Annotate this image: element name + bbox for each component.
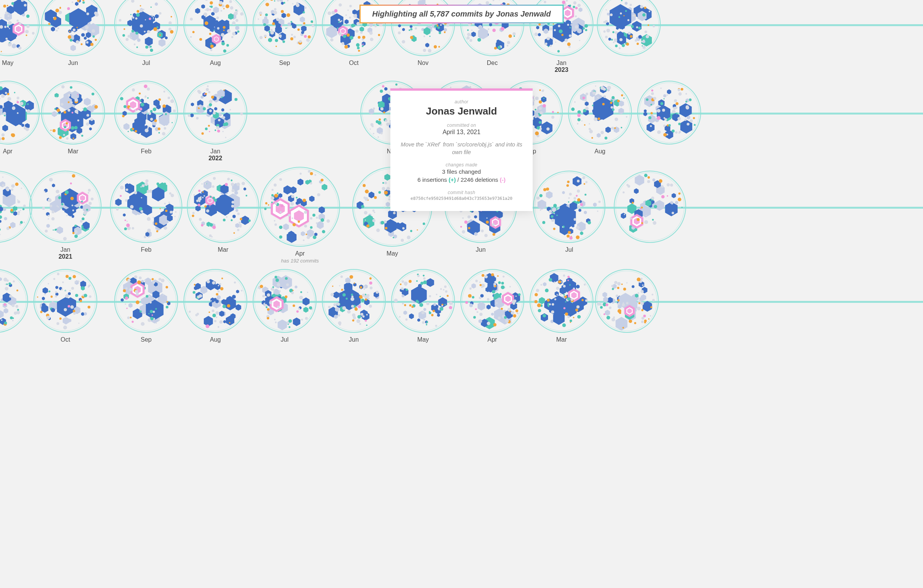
- svg-point-1550: [376, 291, 379, 294]
- svg-point-954: [70, 183, 72, 184]
- svg-point-1075: [312, 214, 315, 217]
- month-node[interactable]: Feb: [110, 170, 183, 253]
- svg-point-1115: [265, 202, 268, 204]
- svg-point-248: [360, 31, 363, 34]
- svg-point-1611: [447, 295, 449, 297]
- month-node[interactable]: Apr: [460, 269, 525, 343]
- month-node[interactable]: Mar: [187, 170, 260, 253]
- author-name: Jonas Jenwald: [400, 105, 523, 117]
- svg-point-871: [663, 125, 666, 127]
- svg-point-805: [595, 85, 596, 86]
- month-node[interactable]: Mar: [41, 80, 105, 155]
- month-node[interactable]: Aprhas 192 commits: [260, 166, 340, 264]
- svg-point-1239: [576, 195, 578, 197]
- svg-point-581: [163, 91, 165, 93]
- svg-point-385: [565, 39, 568, 42]
- svg-point-1728: [641, 321, 644, 323]
- month-node[interactable]: [0, 170, 33, 246]
- svg-point-585: [208, 91, 210, 93]
- svg-point-1431: [132, 321, 133, 323]
- month-node[interactable]: Aug: [183, 269, 248, 343]
- svg-point-153: [219, 1, 223, 4]
- svg-point-1771: [643, 315, 646, 317]
- svg-point-1707: [554, 281, 556, 283]
- month-node[interactable]: Jan2022: [183, 80, 248, 162]
- month-node[interactable]: [595, 269, 659, 336]
- month-commit-count: has 192 commits: [260, 258, 340, 264]
- svg-point-770: [557, 112, 559, 113]
- svg-point-1273: [628, 185, 630, 188]
- month-node[interactable]: Mar: [529, 269, 594, 343]
- svg-point-1316: [12, 320, 13, 321]
- svg-point-1679: [563, 307, 565, 309]
- svg-point-431: [648, 24, 649, 26]
- month-node[interactable]: [637, 80, 701, 148]
- svg-point-1103: [310, 172, 313, 175]
- month-node[interactable]: Jan2021: [29, 170, 102, 260]
- svg-point-1400: [146, 295, 148, 298]
- svg-point-1104: [288, 214, 291, 217]
- month-node[interactable]: May: [391, 269, 455, 343]
- month-node[interactable]: Apr: [0, 80, 40, 155]
- svg-point-533: [68, 94, 70, 97]
- svg-point-1574: [426, 321, 428, 323]
- svg-point-586: [230, 109, 231, 111]
- svg-point-176: [291, 34, 293, 36]
- month-node[interactable]: Jul: [114, 0, 178, 66]
- svg-point-1000: [165, 207, 166, 208]
- svg-point-990: [116, 208, 119, 211]
- svg-point-1112: [293, 223, 296, 226]
- svg-point-1719: [576, 305, 580, 308]
- month-node[interactable]: May: [0, 0, 40, 66]
- svg-point-492: [11, 133, 14, 136]
- svg-point-949: [45, 230, 48, 233]
- svg-point-45: [56, 30, 58, 32]
- svg-point-531: [82, 108, 83, 109]
- month-node[interactable]: Jul: [533, 170, 606, 253]
- svg-point-1428: [125, 304, 126, 305]
- svg-point-1526: [369, 305, 372, 308]
- svg-point-24: [5, 12, 8, 15]
- month-node[interactable]: Jun: [41, 0, 105, 66]
- svg-point-228: [378, 34, 380, 36]
- svg-point-1628: [472, 296, 474, 298]
- svg-point-1559: [347, 310, 351, 314]
- svg-point-482: [5, 92, 7, 94]
- svg-point-746: [533, 96, 535, 97]
- month-node[interactable]: Aug: [568, 80, 632, 155]
- svg-point-611: [207, 85, 208, 87]
- svg-point-867: [651, 104, 652, 105]
- month-node[interactable]: Jul: [252, 269, 317, 343]
- svg-point-1281: [681, 207, 683, 208]
- svg-point-47: [82, 1, 85, 3]
- svg-point-1721: [567, 297, 571, 301]
- svg-point-526: [77, 120, 79, 121]
- month-node[interactable]: Sep: [114, 269, 178, 343]
- svg-point-230: [362, 45, 363, 47]
- timeline-row: OctSepAugJulJunMayAprMar: [0, 267, 923, 355]
- svg-point-1172: [365, 219, 366, 221]
- svg-point-1256: [543, 188, 546, 191]
- svg-point-383: [550, 45, 552, 47]
- month-node[interactable]: Aug: [183, 0, 248, 66]
- svg-point-963: [48, 218, 49, 220]
- svg-point-159: [253, 0, 316, 56]
- svg-point-981: [144, 236, 146, 238]
- svg-point-1648: [465, 301, 468, 304]
- month-node[interactable]: Jun: [322, 269, 386, 343]
- month-node[interactable]: Feb: [114, 80, 178, 155]
- month-node[interactable]: Oct: [33, 269, 98, 343]
- ins-del-separator: /: [457, 176, 460, 183]
- svg-point-919: [15, 183, 18, 186]
- month-node[interactable]: [613, 170, 686, 246]
- svg-point-55: [85, 26, 88, 29]
- svg-point-946: [74, 234, 78, 238]
- month-node[interactable]: [0, 269, 28, 336]
- svg-point-1495: [293, 290, 294, 291]
- month-node[interactable]: Sep: [252, 0, 317, 66]
- svg-point-1549: [351, 305, 354, 307]
- month-label: Nov: [391, 60, 455, 66]
- month-node[interactable]: [596, 0, 661, 60]
- svg-point-1264: [648, 176, 650, 179]
- svg-point-725: [552, 111, 554, 113]
